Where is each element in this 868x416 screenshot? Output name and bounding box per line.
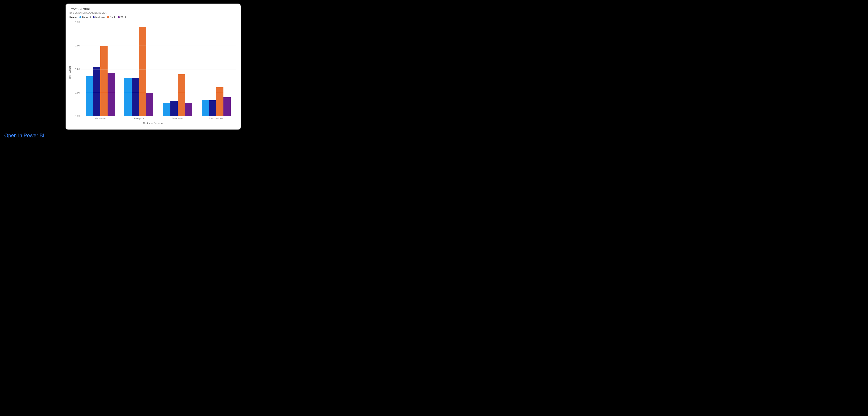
- y-tick-label: 0.6M: [75, 44, 81, 47]
- legend-item[interactable]: Midwest: [80, 16, 91, 18]
- bar[interactable]: [124, 78, 132, 116]
- legend-label: West: [121, 16, 126, 18]
- y-tick-label: 0.8M: [75, 21, 81, 24]
- bar[interactable]: [223, 97, 231, 116]
- bar[interactable]: [107, 73, 115, 116]
- bar[interactable]: [86, 76, 93, 116]
- chart-legend: Region MidwestNortheastSouthWest: [69, 16, 237, 18]
- bar[interactable]: [170, 101, 178, 116]
- plot-region[interactable]: Mid-marketEnterpriseGovernmentSmall busi…: [81, 22, 236, 116]
- legend-label: Northeast: [95, 16, 106, 18]
- y-tick-label: 0.0M: [75, 115, 81, 117]
- chart-subtitle: BY CUSTOMER SEGMENT, REGION: [69, 12, 237, 14]
- legend-item[interactable]: South: [107, 16, 116, 18]
- y-tick-label: 0.4M: [75, 68, 81, 70]
- bar[interactable]: [202, 100, 209, 116]
- x-tick-label: Enterprise: [120, 116, 158, 120]
- bar[interactable]: [178, 74, 185, 116]
- bar[interactable]: [163, 103, 170, 116]
- legend-label: Midwest: [82, 16, 91, 18]
- legend-swatch-icon: [107, 16, 109, 18]
- legend-item[interactable]: Northeast: [93, 16, 106, 18]
- chart-card: Profit - Actual BY CUSTOMER SEGMENT, REG…: [66, 4, 241, 129]
- legend-swatch-icon: [118, 16, 120, 18]
- bar[interactable]: [100, 46, 107, 116]
- legend-item[interactable]: West: [118, 16, 126, 18]
- legend-swatch-icon: [93, 16, 95, 18]
- gridline: [81, 45, 236, 46]
- bar[interactable]: [185, 103, 192, 116]
- x-tick-label: Small business: [197, 116, 236, 120]
- bar[interactable]: [209, 100, 216, 116]
- y-axis-title: Profit - Actual: [69, 66, 71, 80]
- legend-title: Region: [69, 16, 77, 18]
- open-in-power-bi-link[interactable]: Open in Power BI: [4, 132, 44, 138]
- x-axis-title: Customer Segment: [69, 122, 237, 124]
- bar[interactable]: [93, 67, 100, 116]
- x-tick-label: Government: [158, 116, 197, 120]
- x-tick-label: Mid-market: [81, 116, 120, 120]
- bar[interactable]: [216, 87, 223, 116]
- bar[interactable]: [132, 78, 139, 116]
- bar[interactable]: [146, 93, 153, 116]
- gridline: [81, 93, 236, 93]
- bar[interactable]: [139, 27, 146, 116]
- legend-label: South: [110, 16, 116, 18]
- chart-title: Profit - Actual: [69, 7, 237, 11]
- legend-swatch-icon: [80, 16, 81, 18]
- chart-plot-area: Profit - Actual Mid-marketEnterpriseGove…: [69, 21, 237, 125]
- y-tick-label: 0.2M: [75, 91, 81, 94]
